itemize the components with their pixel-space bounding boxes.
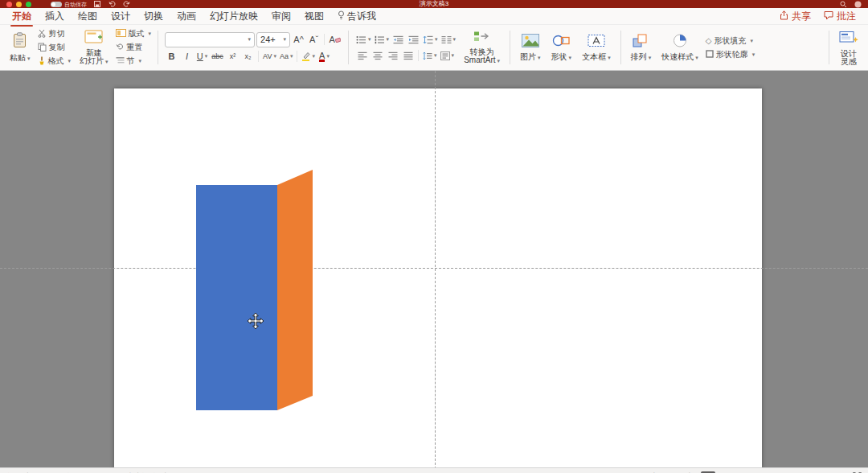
increase-indent-icon (408, 35, 419, 44)
eraser-icon (335, 37, 341, 43)
reset-button[interactable]: 重置 (116, 42, 152, 53)
insert-shapes-button[interactable]: 形状 (548, 33, 575, 63)
tab-animations[interactable]: 动画 (177, 10, 196, 23)
paste-button[interactable]: 粘贴 (6, 31, 34, 64)
clipboard-icon (13, 32, 27, 51)
account-avatar[interactable] (854, 1, 862, 7)
clipboard-group: 粘贴 剪切 复制 格式 (6, 27, 71, 68)
strikethrough-button[interactable]: abc (211, 50, 224, 64)
tab-view[interactable]: 视图 (305, 10, 324, 23)
design-ideas-button[interactable]: 设计灵感 (836, 29, 862, 67)
tab-insert[interactable]: 插入 (45, 10, 64, 23)
quick-styles-icon (672, 34, 688, 51)
bold-glyph: B (169, 51, 175, 61)
copy-button[interactable]: 复制 (38, 42, 72, 53)
character-spacing-button[interactable]: AV (262, 50, 277, 64)
section-button[interactable]: 节 (116, 56, 152, 67)
titlebar-right-icons (839, 1, 862, 7)
blue-rectangle-shape[interactable] (196, 185, 277, 410)
bold-button[interactable]: B (165, 50, 178, 64)
quick-styles-button[interactable]: 快速样式 (658, 33, 702, 63)
italic-glyph: I (186, 51, 188, 61)
font-size-combo[interactable]: 24+ (256, 32, 290, 47)
align-center-icon (373, 51, 383, 60)
window-controls (6, 2, 31, 7)
comments-button[interactable]: 批注 (824, 10, 856, 23)
tab-home-label: 开始 (12, 10, 31, 23)
tab-review[interactable]: 审阅 (272, 10, 291, 23)
columns-button[interactable] (440, 33, 457, 47)
decrease-indent-button[interactable] (391, 33, 405, 47)
new-slide-button[interactable]: 新建幻灯片 (76, 28, 112, 67)
align-right-button[interactable] (386, 49, 399, 63)
cut-button[interactable]: 剪切 (38, 28, 72, 39)
mini-divider (258, 51, 259, 62)
line-spacing-button[interactable] (422, 33, 439, 47)
search-icon[interactable] (839, 1, 847, 7)
convert-to-smartart-button[interactable]: 转换为SmartArt (461, 29, 503, 66)
increase-indent-button[interactable] (407, 33, 420, 47)
numbering-button[interactable] (374, 33, 391, 47)
share-button[interactable]: 共享 (780, 10, 811, 23)
highlight-color-button[interactable] (301, 50, 316, 64)
align-text-button[interactable] (422, 49, 438, 63)
clear-formatting-button[interactable]: A (328, 33, 342, 47)
underline-button[interactable]: U (195, 50, 209, 64)
text-direction-button[interactable] (440, 49, 456, 63)
arrange-group: 排列 快速样式 ◇ 形状填充 形状轮廓 (628, 27, 755, 68)
scissors-icon (38, 29, 47, 39)
subscript-button[interactable]: x₂ (241, 50, 255, 64)
new-slide-label-line2: 幻灯片 (80, 56, 104, 65)
insert-textbox-button[interactable]: 文本框 (579, 33, 614, 63)
tab-home[interactable]: 开始 (12, 10, 31, 23)
paste-label: 粘贴 (10, 53, 31, 63)
tab-transitions[interactable]: 切换 (144, 10, 163, 23)
status-bar: 幻灯片 1/1 中文(中国) 辅助功能: 调查 备注 批注 (0, 467, 868, 473)
shape-fill-button[interactable]: ◇ 形状填充 (706, 35, 755, 47)
highlighter-icon (301, 51, 310, 61)
orange-side-shape[interactable] (277, 170, 313, 410)
fullscreen-window-button[interactable] (26, 2, 31, 7)
layout-button[interactable]: 版式 (116, 28, 152, 39)
undo-icon[interactable] (108, 1, 116, 7)
justify-button[interactable] (401, 49, 415, 63)
insert-picture-button[interactable]: 图片 (517, 33, 544, 63)
shape-outline-button[interactable]: 形状轮廓 (706, 49, 755, 60)
font-color-button[interactable]: A (317, 50, 331, 64)
tab-tell-me[interactable]: 告诉我 (338, 10, 376, 23)
align-center-button[interactable] (371, 49, 384, 63)
smartart-label: 转换为SmartArt (464, 48, 500, 65)
format-painter-button[interactable]: 格式 (38, 56, 72, 67)
increase-font-size-button[interactable]: A^ (292, 33, 305, 47)
layout-label: 版式 (129, 28, 145, 39)
shapes-layer (0, 71, 868, 469)
tab-design[interactable]: 设计 (111, 10, 130, 23)
design-ideas-label-line2: 灵感 (841, 57, 857, 66)
document-title: 演示文稿3 (0, 0, 868, 8)
italic-button[interactable]: I (180, 50, 194, 64)
quick-styles-label: 快速样式 (661, 52, 698, 62)
tab-draw[interactable]: 绘图 (78, 10, 97, 23)
powerpoint-window: 自动保存 演示文稿3 开始 插入 绘图 设计 切换 动画 幻灯片放映 审阅 (0, 0, 868, 473)
close-window-button[interactable] (6, 2, 12, 7)
autosave-control[interactable]: 自动保存 (51, 2, 87, 7)
tab-draw-label: 绘图 (78, 10, 97, 23)
autosave-toggle[interactable] (51, 2, 62, 7)
redo-icon[interactable] (122, 1, 130, 7)
change-case-button[interactable]: Aa (279, 50, 294, 64)
justify-icon (403, 51, 413, 60)
save-icon[interactable] (93, 1, 101, 7)
arrange-button[interactable]: 排列 (628, 33, 655, 63)
share-icon (780, 10, 788, 23)
font-name-combo[interactable] (165, 32, 255, 47)
align-left-button[interactable] (355, 49, 369, 63)
minimize-window-button[interactable] (16, 2, 22, 7)
editing-canvas[interactable] (0, 71, 868, 469)
bullets-button[interactable] (355, 33, 372, 47)
underline-glyph: U (197, 51, 203, 61)
tab-slideshow[interactable]: 幻灯片放映 (210, 10, 258, 23)
paragraph-group: 转换为SmartArt (355, 27, 503, 68)
superscript-button[interactable]: x² (226, 50, 240, 64)
decrease-font-size-button[interactable]: Aˇ (307, 33, 321, 47)
mini-divider (418, 50, 419, 61)
